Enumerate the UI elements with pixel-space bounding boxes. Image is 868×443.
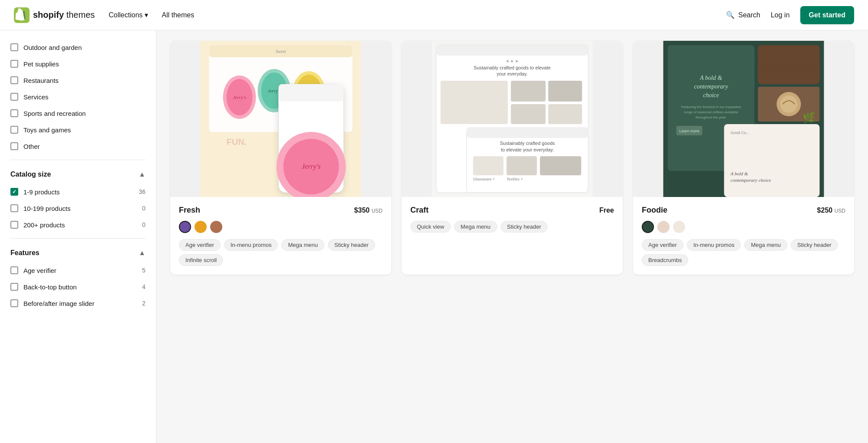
search-icon: 🔍	[726, 11, 735, 19]
svg-text:range of seasonal coffees avai: range of seasonal coffees available	[684, 110, 739, 114]
sidebar-item-other[interactable]: Other	[10, 138, 145, 154]
color-swatch-foodie-0[interactable]	[642, 221, 654, 233]
catalog-item-1-9[interactable]: 1-9 products 36	[10, 184, 145, 200]
svg-text:contemporary choice: contemporary choice	[731, 177, 771, 183]
svg-rect-53	[724, 124, 820, 197]
catalog-item-10-199[interactable]: 10-199 products 0	[10, 200, 145, 217]
color-swatches-fresh	[179, 221, 383, 233]
color-swatch-fresh-0[interactable]	[179, 221, 191, 233]
svg-text:to elevate your everyday.: to elevate your everyday.	[501, 147, 554, 152]
features-chevron: ▲	[139, 249, 145, 257]
svg-rect-38	[540, 156, 581, 175]
get-started-button[interactable]: Get started	[800, 6, 854, 24]
catalog-count-200plus: 0	[142, 221, 145, 228]
theme-tag-craft-1[interactable]: Mega menu	[454, 221, 497, 233]
theme-tag-fresh-4[interactable]: Infinite scroll	[179, 254, 223, 266]
sidebar-item-restaurants[interactable]: Restaurants	[10, 72, 145, 89]
theme-card-foodie[interactable]: A bold & contemporary choice Featuring t…	[633, 41, 854, 275]
svg-rect-36	[473, 156, 504, 175]
checkbox-catalog-1-9[interactable]	[10, 188, 18, 196]
theme-tag-foodie-2[interactable]: Mega menu	[744, 239, 787, 251]
checkbox-outdoor-garden[interactable]	[10, 43, 18, 51]
theme-card-craft[interactable]: ★ ★ ★ Sustainably crafted goods to eleva…	[402, 41, 623, 275]
price-unit-foodie: USD	[835, 208, 845, 214]
svg-rect-37	[507, 156, 537, 175]
theme-tag-craft-0[interactable]: Quick view	[410, 221, 451, 233]
theme-tag-fresh-0[interactable]: Age verifier	[179, 239, 221, 251]
login-label: Log in	[771, 11, 790, 19]
all-themes-nav[interactable]: All themes	[162, 11, 195, 19]
theme-tag-fresh-1[interactable]: In-menu promos	[224, 239, 278, 251]
sidebar-item-pet-supplies[interactable]: Pet supplies	[10, 56, 145, 72]
feature-label-age-verifier: Age verifier	[23, 267, 56, 274]
feature-label-back-to-top: Back-to-top button	[23, 283, 77, 291]
feature-item-back-to-top[interactable]: Back-to-top button 4	[10, 279, 145, 295]
sidebar-label-pet-supplies: Pet supplies	[23, 60, 59, 68]
checkbox-services[interactable]	[10, 93, 18, 101]
svg-text:throughout the year.: throughout the year.	[696, 115, 726, 119]
theme-info-foodie: Foodie $250 USD Age verifierIn-menu prom…	[633, 197, 854, 275]
theme-card-fresh[interactable]: Sweet Jerry's Jerry's Jerry's Jerry's FU…	[170, 41, 391, 275]
catalog-item-200plus[interactable]: 200+ products 0	[10, 217, 145, 233]
svg-rect-52	[758, 45, 820, 84]
catalog-size-chevron: ▲	[139, 171, 145, 178]
theme-tag-foodie-0[interactable]: Age verifier	[642, 239, 683, 251]
collections-label: Collections	[109, 11, 142, 19]
theme-tag-foodie-1[interactable]: In-menu promos	[687, 239, 741, 251]
svg-text:A bold &: A bold &	[730, 171, 749, 176]
catalog-size-section[interactable]: Catalog size ▲	[10, 165, 145, 184]
svg-rect-29	[548, 81, 582, 102]
svg-text:Sustainably crafted goods to e: Sustainably crafted goods to elevate	[474, 65, 551, 70]
logo-text: shopify themes	[33, 10, 95, 20]
theme-tag-foodie-4[interactable]: Breadcrumbs	[642, 254, 688, 266]
color-swatch-foodie-1[interactable]	[657, 221, 670, 233]
themes-grid: Sweet Jerry's Jerry's Jerry's Jerry's FU…	[170, 41, 854, 275]
sidebar-item-services[interactable]: Services	[10, 89, 145, 105]
svg-rect-27	[441, 81, 508, 124]
sidebar-item-outdoor-garden[interactable]: Outdoor and garden	[10, 39, 145, 56]
search-button[interactable]: 🔍 Search	[726, 11, 760, 19]
checkbox-catalog-200plus[interactable]	[10, 221, 18, 229]
feature-item-age-verifier[interactable]: Age verifier 5	[10, 262, 145, 279]
color-swatch-foodie-2[interactable]	[673, 221, 685, 233]
color-swatch-fresh-2[interactable]	[210, 221, 222, 233]
sidebar-label-services: Services	[23, 93, 49, 101]
svg-rect-33	[467, 128, 588, 138]
checkbox-feature-age-verifier[interactable]	[10, 266, 18, 274]
checkbox-catalog-10-199[interactable]	[10, 204, 18, 212]
logo[interactable]: shopify themes	[14, 7, 95, 23]
feature-count-back-to-top: 4	[142, 283, 145, 290]
checkbox-feature-back-to-top[interactable]	[10, 283, 18, 291]
checkbox-sports-recreation[interactable]	[10, 109, 18, 117]
theme-tag-fresh-2[interactable]: Mega menu	[281, 239, 324, 251]
color-swatch-fresh-1[interactable]	[195, 221, 207, 233]
login-button[interactable]: Log in	[771, 11, 790, 19]
theme-tag-foodie-3[interactable]: Sticky header	[791, 239, 838, 251]
svg-rect-16	[279, 84, 344, 102]
checkbox-pet-supplies[interactable]	[10, 60, 18, 68]
theme-tag-craft-2[interactable]: Sticky header	[501, 221, 548, 233]
sidebar-item-sports-recreation[interactable]: Sports and recreation	[10, 105, 145, 121]
checkbox-feature-before-after-slider[interactable]	[10, 299, 18, 307]
features-title: Features	[10, 249, 40, 257]
sidebar-categories: Outdoor and garden Pet supplies Restaura…	[10, 39, 145, 154]
sidebar-label-restaurants: Restaurants	[23, 77, 59, 84]
theme-name-row-foodie: Foodie $250 USD	[642, 206, 845, 215]
theme-preview-craft: ★ ★ ★ Sustainably crafted goods to eleva…	[402, 41, 623, 197]
checkbox-restaurants[interactable]	[10, 76, 18, 84]
sidebar-item-toys-games[interactable]: Toys and games	[10, 121, 145, 138]
checkbox-other[interactable]	[10, 142, 18, 150]
theme-tags-foodie: Age verifierIn-menu promosMega menuStick…	[642, 239, 845, 266]
collections-nav[interactable]: Collections ▾	[109, 11, 148, 19]
svg-text:🌿: 🌿	[802, 111, 815, 124]
features-section[interactable]: Features ▲	[10, 244, 145, 262]
feature-item-before-after-slider[interactable]: Before/after image slider 2	[10, 295, 145, 312]
theme-info-fresh: Fresh $350 USD Age verifierIn-menu promo…	[170, 197, 391, 275]
checkbox-toys-games[interactable]	[10, 126, 18, 134]
svg-text:Jerry's: Jerry's	[233, 95, 246, 100]
sidebar-divider-2	[10, 238, 145, 239]
header: shopify themes Collections ▾ All themes …	[0, 0, 868, 30]
catalog-label-200plus: 200+ products	[23, 221, 65, 229]
svg-text:Featuring the freshest in our : Featuring the freshest in our expanded	[681, 105, 741, 109]
theme-tag-fresh-3[interactable]: Sticky header	[328, 239, 375, 251]
